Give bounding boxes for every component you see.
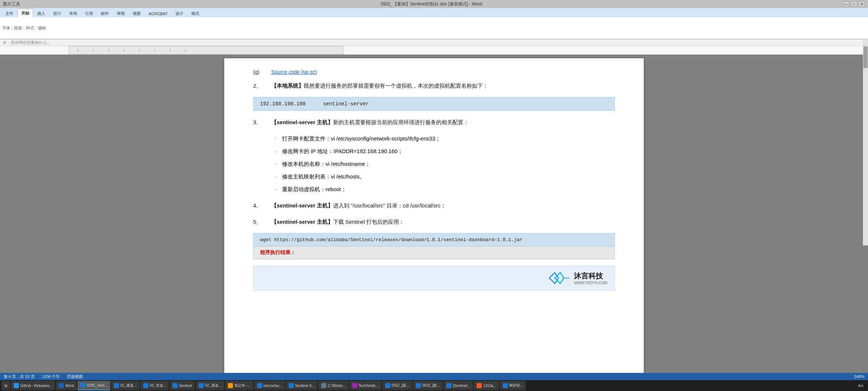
taskbar-item-16[interactable]: 网评研... (500, 381, 526, 390)
step-4: 4、 【sentinel-server 主机】进入到 "/usr/local/s… (253, 201, 615, 210)
taskbar-icon-11 (352, 383, 357, 388)
taskbar-label-16: 网评研... (509, 383, 523, 388)
taskbar-item-11[interactable]: TechSmith... (349, 381, 382, 390)
step-5-num: 5、 (253, 217, 271, 227)
document-page: (g) Source code (tar.gz) 2、 【本地系统】既然要进行服… (224, 58, 644, 378)
tab-file[interactable]: 文件 (1, 9, 17, 17)
vertical-scrollbar[interactable] (863, 55, 868, 245)
tab-design2[interactable]: 设计 (171, 9, 187, 17)
ribbon-content: 字体 | 段落 | 样式 | 编辑 (0, 17, 868, 39)
taskbar-label-15: 1163a... (483, 384, 496, 388)
taskbar-item-8[interactable]: microclou... (254, 381, 285, 390)
taskbar-item-15[interactable]: 1163a... (474, 381, 499, 390)
step-3-content: 【sentinel-server 主机】新的主机需要根据当前的应用环境进行服务的… (271, 117, 615, 127)
zoom-level: 340% (854, 374, 864, 379)
taskbar-label-9: Sentinel-S... (295, 384, 315, 388)
source-link[interactable]: Source code (tar.gz) (271, 69, 317, 75)
taskbar-icon-active (80, 383, 85, 388)
server-name: sentinel-server (323, 101, 369, 107)
maximize-button[interactable]: □ (851, 1, 857, 7)
step-2-text: 既然要进行服务的部署就需要创有一个虚拟机，本次的虚拟机配置名称如下： (304, 83, 488, 89)
wget-command: wget https://github.com/alibaba/Sentinel… (254, 234, 614, 247)
taskbar-item-12[interactable]: 0502_[案... (382, 381, 412, 390)
taskbar-item-10[interactable]: C:\Windo... (318, 381, 348, 390)
close-button[interactable]: ✕ (859, 1, 865, 7)
step-3-num: 3、 (253, 117, 271, 127)
window-controls[interactable]: — □ ✕ (843, 1, 865, 7)
wget-text: wget https://github.com/alibaba/Sentinel… (260, 237, 523, 243)
scroll-thumb[interactable] (863, 55, 868, 68)
partial-source-row: (g) Source code (tar.gz) (253, 69, 615, 75)
acrobat-bar: ♕ 告诉我你想要做什么... (0, 39, 868, 46)
taskbar-label-1: Github - Releases... (20, 384, 52, 388)
bullet-1: · 打开网卡配置文件：vi /etc/sysconfig/network-scr… (275, 134, 615, 143)
bullet-4: · 修改主机映射列表：vi /etc/hosts。 (275, 172, 615, 181)
word-count: 1206 个字 (42, 374, 60, 379)
ruler: | | | | | | | | (0, 46, 868, 55)
tab-view[interactable]: 视图 (129, 9, 145, 17)
taskbar-icon-10 (321, 383, 326, 388)
bullet-text-1: 打开网卡配置文件：vi /etc/sysconfig/network-scrip… (282, 134, 441, 143)
taskbar-label-13: 0502_[案... (422, 383, 440, 388)
taskbar-label-10: C:\Windo... (328, 384, 345, 388)
step-3-bracket: 【sentinel-server 主机】 (271, 119, 333, 125)
tab-insert[interactable]: 插入 (33, 9, 49, 17)
taskbar-icon-5 (173, 383, 178, 388)
bullet-dot-4: · (275, 173, 282, 181)
image-block: 沐言科技 WWW.YOOTK.COM (253, 266, 615, 290)
taskbar-icon-8 (257, 383, 262, 388)
step-5-bracket: 【sentinel-server 主机】 (271, 219, 333, 225)
taskbar-item-word-active[interactable]: 0205_Sent... (77, 381, 110, 390)
step-4-bracket: 【sentinel-server 主机】 (271, 202, 333, 209)
taskbar-item-1[interactable]: Github - Releases... (11, 381, 55, 390)
tab-references[interactable]: 引用 (81, 9, 97, 17)
view-mode: 页面视图 (67, 374, 83, 379)
taskbar-item-7[interactable]: 笔记本 -... (225, 381, 253, 390)
step-2-bracket: 【本地系统】 (271, 83, 304, 89)
watermark-logo-svg (546, 271, 571, 285)
tab-home[interactable]: 开始 (17, 9, 33, 17)
taskbar-start[interactable]: ⊞ (1, 381, 10, 390)
taskbar-item-9[interactable]: Sentinel-S... (286, 381, 318, 390)
step-3-text: 新的主机需要根据当前的应用环境进行服务的相关配置： (333, 119, 469, 125)
bullet-5: · 重新启动虚拟机：reboot； (275, 184, 615, 194)
taskbar-label-12: 0502_[案... (392, 383, 409, 388)
search-bar-text[interactable]: 告诉我你想要做什么... (11, 40, 50, 45)
taskbar-label-active: 0205_Sent... (87, 383, 107, 387)
status-bar: 第 6 页，共 10 页 1206 个字 页面视图 340% (0, 373, 868, 380)
taskbar-item-14[interactable]: [Sentinel... (443, 381, 473, 390)
document-area: (g) Source code (tar.gz) 2、 【本地系统】既然要进行服… (0, 55, 868, 378)
taskbar: ⊞ Github - Releases... Word 0205_Sent...… (0, 380, 868, 391)
step-4-text: 进入到 "/usr/local/src" 目录：cd /usr/local/sr… (333, 202, 446, 209)
tab-review[interactable]: 审阅 (113, 9, 129, 17)
taskbar-icon-9 (289, 383, 294, 388)
title-left: 图片工具 (3, 1, 20, 7)
result-label-row: 程序执行结果： (254, 247, 614, 259)
taskbar-label-2: Word (65, 384, 74, 388)
bullet-text-3: 修改本机的名称：vi /etc/hostname； (282, 159, 370, 169)
taskbar-label-6: 02_通道... (205, 383, 221, 388)
start-icon: ⊞ (4, 384, 7, 388)
taskbar-icon-16 (503, 383, 508, 388)
title-bar: 图片工具 0502_【案例】Sentinel控制台.doc [兼容模式] - W… (0, 0, 868, 8)
taskbar-item-13[interactable]: 0502_[案... (413, 381, 443, 390)
taskbar-item-2[interactable]: Word (56, 381, 77, 390)
ruler-inner: | | | | | | | | (69, 46, 344, 54)
ribbon-tabs: 文件 开始 插入 设计 布局 引用 邮件 审阅 视图 ACROBAT 设计 格式 (0, 8, 868, 17)
taskbar-icon-3 (114, 383, 119, 388)
title-center: 0502_【案例】Sentinel控制台.doc [兼容模式] - Word (20, 1, 843, 7)
minimize-button[interactable]: — (843, 1, 849, 7)
tab-design[interactable]: 设计 (49, 9, 65, 17)
taskbar-item-4[interactable]: 03_管道... (140, 381, 169, 390)
taskbar-item-5[interactable]: Sentinel (170, 381, 195, 390)
tab-acrobat[interactable]: ACROBAT (145, 9, 171, 17)
tab-format[interactable]: 格式 (187, 9, 203, 17)
bullet-3: · 修改本机的名称：vi /etc/hostname； (275, 159, 615, 169)
tab-mail[interactable]: 邮件 (97, 9, 113, 17)
tab-layout[interactable]: 布局 (65, 9, 81, 17)
taskbar-item-6[interactable]: 02_通道... (196, 381, 224, 390)
ribbon-styles-section: 样式 (26, 25, 34, 31)
taskbar-item-3[interactable]: 01_通道... (111, 381, 140, 390)
search-bar-label: ♕ (3, 40, 7, 45)
ribbon-paragraph-section: 段落 (14, 25, 22, 31)
